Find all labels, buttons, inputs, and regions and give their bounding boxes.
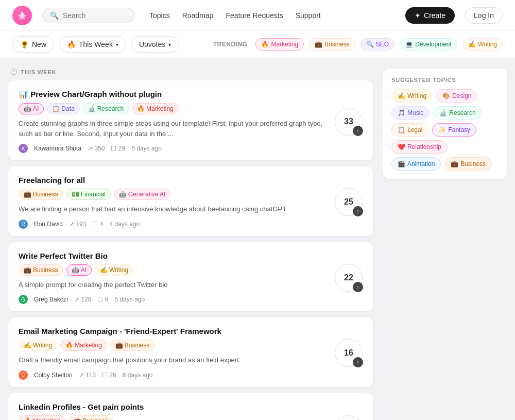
time-3: 5 days ago xyxy=(114,296,145,303)
author-2[interactable]: Ron David xyxy=(34,221,63,228)
upvote-circle-1[interactable]: 33 ↑ xyxy=(335,108,363,136)
nav-feature-requests[interactable]: Feature Requests xyxy=(226,11,283,20)
upvote-arrow-2[interactable]: ↑ xyxy=(353,206,363,216)
search-bar[interactable]: 🔍 xyxy=(42,8,135,23)
stag-animation[interactable]: 🎬 Animation xyxy=(391,157,441,171)
nav-topics[interactable]: Topics xyxy=(149,11,170,20)
trending-tag-development[interactable]: 💻 Development xyxy=(400,38,457,51)
filter-bar: 🌻 New 🔥 This Week ▾ Upvotes ▾ TRENDING 🔥… xyxy=(0,31,515,58)
tag-data-1[interactable]: 📋 Data xyxy=(47,103,79,114)
upvotes-filter-button[interactable]: Upvotes ▾ xyxy=(131,36,179,53)
nav-support[interactable]: Support xyxy=(296,11,321,20)
upvote-circle-2[interactable]: 25 ↑ xyxy=(335,188,363,216)
nav-links: Topics Roadmap Feature Requests Support xyxy=(149,11,321,20)
tag-writing-4[interactable]: ✍️ Writing xyxy=(19,340,57,351)
author-3[interactable]: Greg Bakozi xyxy=(34,296,68,303)
upvote-box-3: 22 ↑ xyxy=(335,251,363,305)
comments-count-3: ☐ 9 xyxy=(97,296,108,303)
tag-financial-2[interactable]: 💵 Financial xyxy=(66,189,111,200)
tag-business-3[interactable]: 💼 Business xyxy=(19,264,63,276)
logo[interactable] xyxy=(12,6,32,25)
post-title-5[interactable]: Linkedin Profiles - Get pain points xyxy=(19,402,329,411)
trending-tag-marketing[interactable]: 🔥 Marketing xyxy=(255,38,304,51)
post-tags-2: 💼 Business 💵 Financial 🤖 Generative AI xyxy=(19,189,329,200)
upvote-circle-4[interactable]: 16 ↑ xyxy=(335,339,363,367)
avatar-1: K xyxy=(19,144,28,153)
time-1: 6 days ago xyxy=(131,145,162,152)
comments-count-2: ☐ 4 xyxy=(92,221,103,228)
trending-tag-writing[interactable]: ✍️ Writing xyxy=(462,38,503,51)
author-4[interactable]: Colby Shelton xyxy=(34,372,73,379)
navbar: 🔍 Topics Roadmap Feature Requests Suppor… xyxy=(0,0,515,31)
chevron-down-icon-2: ▾ xyxy=(168,42,171,47)
briefcase-icon-business: 💼 xyxy=(315,41,322,48)
upvote-box-2: 25 ↑ xyxy=(335,176,363,229)
post-title-4[interactable]: Email Marketing Campaign - 'Friend-Exper… xyxy=(19,327,329,335)
search-icon: 🔍 xyxy=(50,11,59,20)
search-input[interactable] xyxy=(63,11,127,20)
tag-writing-3[interactable]: ✍️ Writing xyxy=(95,264,133,276)
upvote-circle-5[interactable]: 16 ↑ xyxy=(335,415,363,421)
tag-business-4[interactable]: 💼 Business xyxy=(110,340,155,351)
fire-icon: 🔥 xyxy=(67,40,76,48)
login-button[interactable]: Log In xyxy=(465,7,503,24)
nav-roadmap[interactable]: Roadmap xyxy=(182,11,214,20)
stag-research[interactable]: 🔬 Research xyxy=(433,106,482,120)
tag-business-2[interactable]: 💼 Business xyxy=(19,189,63,200)
new-filter-button[interactable]: 🌻 New xyxy=(12,36,54,53)
tag-research-1[interactable]: 🔬 Research xyxy=(83,103,129,114)
post-card-5: Linkedin Profiles - Get pain points 🔥 Ma… xyxy=(8,393,373,421)
magnifier-icon-seo: 🔍 xyxy=(366,41,374,48)
clock-icon: 🕐 xyxy=(10,69,18,75)
post-card-2: Freelancing for all 💼 Business 💵 Financi… xyxy=(8,166,373,236)
main-layout: 🕐 THIS WEEK 📊 Preview Chart/Graph withou… xyxy=(0,58,515,420)
upvote-box-1: 33 ↑ xyxy=(335,90,363,153)
section-label: 🕐 THIS WEEK xyxy=(8,69,373,75)
sparkle-icon: ✦ xyxy=(415,11,421,20)
tag-generative-2[interactable]: 🤖 Generative AI xyxy=(114,189,171,200)
pen-icon-writing: ✍️ xyxy=(468,41,476,48)
post-desc-1: Create stunning graphs in three simple s… xyxy=(19,119,329,139)
stag-music[interactable]: 🎵 Music xyxy=(391,106,430,120)
post-title-1[interactable]: 📊 Preview Chart/Graph without plugin xyxy=(19,90,329,99)
post-title-3[interactable]: Write Perfect Twitter Bio xyxy=(19,251,329,260)
post-tags-4: ✍️ Writing 🔥 Marketing 💼 Business xyxy=(19,340,329,351)
post-tags-1: 🤖 AI 📋 Data 🔬 Research 🔥 Marketing xyxy=(19,103,329,114)
stag-business[interactable]: 💼 Business xyxy=(444,157,492,171)
post-card-4: Email Marketing Campaign - 'Friend-Exper… xyxy=(8,317,373,387)
stag-fantasy[interactable]: ✨ Fantasy xyxy=(432,123,476,137)
upvote-circle-3[interactable]: 22 ↑ xyxy=(335,264,363,292)
stag-writing[interactable]: ✍️ Writing xyxy=(391,89,433,103)
post-body-4: Email Marketing Campaign - 'Friend-Exper… xyxy=(19,327,329,380)
upvotes-count-3: ↗ 128 xyxy=(74,296,91,303)
post-card: 📊 Preview Chart/Graph without plugin 🤖 A… xyxy=(8,80,373,160)
tag-marketing-4[interactable]: 🔥 Marketing xyxy=(60,340,107,351)
tag-business-5[interactable]: 💼 Business xyxy=(68,415,113,421)
laptop-icon-dev: 💻 xyxy=(405,41,413,48)
tag-marketing-1[interactable]: 🔥 Marketing xyxy=(132,103,179,114)
upvote-arrow-4[interactable]: ↑ xyxy=(353,357,363,367)
upvote-arrow-1[interactable]: ↑ xyxy=(353,126,363,136)
this-week-filter-button[interactable]: 🔥 This Week ▾ xyxy=(59,36,126,53)
stag-legal[interactable]: 📋 Legal xyxy=(391,123,428,137)
stag-relationship[interactable]: ❤️ Relationship xyxy=(391,140,448,154)
post-title-2[interactable]: Freelancing for all xyxy=(19,176,329,184)
author-1[interactable]: Kawamura Shota xyxy=(34,145,81,152)
tag-ai-1[interactable]: 🤖 AI xyxy=(19,103,44,114)
post-meta-2: R Ron David ↗ 193 ☐ 4 4 days ago xyxy=(19,220,329,229)
post-meta-3: G Greg Bakozi ↗ 128 ☐ 9 5 days ago xyxy=(19,295,329,304)
upvotes-count-2: ↗ 193 xyxy=(69,221,86,228)
time-2: 4 days ago xyxy=(109,221,140,228)
trending-tag-seo[interactable]: 🔍 SEO xyxy=(360,38,394,51)
tag-marketing-5[interactable]: 🔥 Marketing xyxy=(19,415,65,421)
create-button[interactable]: ✦ Create xyxy=(405,7,455,24)
tag-ai-3[interactable]: 🤖 AI xyxy=(66,264,92,276)
upvote-arrow-3[interactable]: ↑ xyxy=(353,282,363,292)
upvote-box-4: 16 ↑ xyxy=(335,327,363,380)
trending-tag-business[interactable]: 💼 Business xyxy=(309,38,355,51)
stag-design[interactable]: 🎨 Design xyxy=(436,89,477,103)
post-body-1: 📊 Preview Chart/Graph without plugin 🤖 A… xyxy=(19,90,329,153)
sidebar-title: SUGGESTED TOPICS xyxy=(391,77,499,83)
trending-label: TRENDING xyxy=(213,41,248,48)
post-card-3: Write Perfect Twitter Bio 💼 Business 🤖 A… xyxy=(8,242,373,312)
